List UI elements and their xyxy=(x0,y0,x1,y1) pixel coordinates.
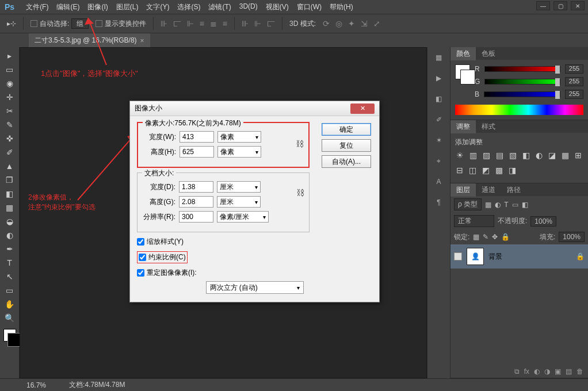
close-window-button[interactable]: ✕ xyxy=(571,1,585,10)
filter-icon[interactable]: ◐ xyxy=(495,201,501,209)
spectrum-bar[interactable] xyxy=(455,105,583,115)
maximize-button[interactable]: ▢ xyxy=(553,1,567,10)
interpolation-select[interactable]: 两次立方 (自动) xyxy=(206,281,304,294)
align-icon[interactable]: ⊩ xyxy=(187,19,194,28)
layer-thumbnail[interactable]: 👤 xyxy=(467,248,484,265)
swatches-tab[interactable]: 色板 xyxy=(476,47,501,60)
adj-icon[interactable]: ◨ xyxy=(509,166,516,175)
filter-icon[interactable]: ▦ xyxy=(485,201,491,209)
resolution-unit[interactable]: 像素/厘米 xyxy=(217,211,269,223)
b-value[interactable]: 255 xyxy=(565,90,583,99)
menu-edit[interactable]: 编辑(E) xyxy=(53,1,83,13)
resample-checkbox[interactable] xyxy=(137,269,144,277)
eraser-tool[interactable]: ◧ xyxy=(3,187,17,200)
ok-button[interactable]: 确定 xyxy=(322,123,371,136)
adjustments-tab[interactable]: 调整 xyxy=(450,120,476,133)
document-tab[interactable]: 二寸3.5-5.3.jpg @ 16.7%(RGB/8) × xyxy=(29,33,150,48)
stamp-tool[interactable]: ▲ xyxy=(3,160,17,172)
brushes-icon[interactable]: ✐ xyxy=(433,114,445,125)
character-icon[interactable]: A xyxy=(433,176,445,187)
menu-3d[interactable]: 3D(D) xyxy=(236,1,261,13)
resolution-input[interactable] xyxy=(179,211,213,223)
fill-value[interactable]: 100% xyxy=(559,232,585,242)
3d-icon[interactable]: ✦ xyxy=(348,19,355,28)
blend-mode-select[interactable]: 正常 xyxy=(454,215,494,227)
document-tab-close-icon[interactable]: × xyxy=(140,37,144,45)
filter-icon[interactable]: ▭ xyxy=(512,201,518,209)
mask-icon[interactable]: ◐ xyxy=(534,367,540,375)
adj-icon[interactable]: ⊞ xyxy=(575,151,582,160)
minimize-button[interactable]: — xyxy=(536,1,550,10)
layer-filter-kind[interactable]: ρ 类型 xyxy=(454,198,482,210)
menu-image[interactable]: 图像(I) xyxy=(84,1,111,13)
lock-icon[interactable]: ✎ xyxy=(483,233,488,241)
hand-tool[interactable]: ✋ xyxy=(3,298,17,310)
fg-color-swatch[interactable] xyxy=(455,64,470,79)
brushpresets-icon[interactable]: ✶ xyxy=(433,135,445,146)
clone-icon[interactable]: ⌖ xyxy=(433,155,445,167)
heal-tool[interactable]: ✜ xyxy=(3,132,17,145)
distribute-icon[interactable]: ⊩ xyxy=(254,19,261,28)
filter-icon[interactable]: ◧ xyxy=(522,201,528,209)
pixel-width-unit[interactable]: 像素 xyxy=(217,131,261,143)
paths-tab[interactable]: 路径 xyxy=(501,183,526,197)
gradient-tool[interactable]: ▦ xyxy=(3,201,17,214)
3d-icon[interactable]: ◎ xyxy=(335,19,342,28)
menu-select[interactable]: 选择(S) xyxy=(174,1,204,13)
doc-height-input[interactable] xyxy=(179,196,213,208)
blur-tool[interactable]: ◒ xyxy=(3,215,17,228)
r-slider[interactable] xyxy=(484,66,560,72)
path-tool[interactable]: ↖ xyxy=(3,270,17,283)
align-icon[interactable]: ⊪ xyxy=(161,19,167,28)
zoom-level[interactable]: 16.7% xyxy=(26,381,46,389)
layer-row[interactable]: 👤 背景 🔒 xyxy=(450,244,588,269)
align-icon[interactable]: ≡ xyxy=(223,19,227,28)
crop-tool[interactable]: ✂ xyxy=(3,105,17,117)
menu-help[interactable]: 帮助(H) xyxy=(326,1,357,13)
doc-height-unit[interactable]: 厘米 xyxy=(217,196,261,208)
constrain-checkbox[interactable] xyxy=(139,254,146,261)
dodge-tool[interactable]: ◐ xyxy=(3,229,17,241)
layers-tab[interactable]: 图层 xyxy=(450,183,476,197)
type-tool[interactable]: T xyxy=(3,256,17,269)
styles-tab[interactable]: 样式 xyxy=(476,120,501,133)
filter-icon[interactable]: T xyxy=(504,201,508,209)
adj-icon[interactable]: ▧ xyxy=(509,151,517,160)
align-icon[interactable]: ⫍ xyxy=(173,19,181,28)
lock-icon[interactable]: ✥ xyxy=(492,233,498,241)
adj-icon[interactable]: ▥ xyxy=(469,151,477,160)
menu-filter[interactable]: 滤镜(T) xyxy=(205,1,234,13)
3d-icon[interactable]: ⇲ xyxy=(361,19,368,28)
g-slider[interactable] xyxy=(484,79,560,85)
group-icon[interactable]: ▣ xyxy=(555,367,561,375)
adj-icon[interactable]: ▦ xyxy=(562,151,569,160)
b-slider[interactable] xyxy=(484,91,560,97)
scale-styles-checkbox[interactable] xyxy=(137,238,144,246)
adj-icon[interactable]: ◧ xyxy=(522,151,530,160)
adjustment-layer-icon[interactable]: ◑ xyxy=(544,367,550,375)
align-icon[interactable]: ≡ xyxy=(200,19,204,28)
menu-window[interactable]: 窗口(W) xyxy=(293,1,325,13)
marquee-tool[interactable]: ▭ xyxy=(3,63,17,76)
reset-button[interactable]: 复位 xyxy=(322,139,371,152)
adj-icon[interactable]: ▩ xyxy=(495,166,503,175)
lasso-tool[interactable]: ◉ xyxy=(3,77,17,90)
zoom-tool[interactable]: 🔍 xyxy=(3,312,17,324)
align-icon[interactable]: ≣ xyxy=(210,19,217,28)
menu-type[interactable]: 文字(Y) xyxy=(143,1,173,13)
actions-icon[interactable]: ▶ xyxy=(433,72,445,84)
wand-tool[interactable]: ✛ xyxy=(3,91,17,103)
adj-icon[interactable]: ◐ xyxy=(536,151,543,160)
3d-icon[interactable]: ⟳ xyxy=(323,19,330,28)
link-layers-icon[interactable]: ⧉ xyxy=(514,367,520,375)
history-icon[interactable]: ▦ xyxy=(433,52,445,63)
adj-icon[interactable]: ⊟ xyxy=(456,166,463,175)
paragraph-icon[interactable]: ¶ xyxy=(433,197,445,208)
opacity-value[interactable]: 100% xyxy=(530,216,556,227)
properties-icon[interactable]: ◧ xyxy=(433,93,445,105)
doc-width-input[interactable] xyxy=(179,181,213,193)
pixel-width-input[interactable] xyxy=(180,131,214,143)
adj-icon[interactable]: ▤ xyxy=(496,151,503,160)
3d-icon[interactable]: ⤢ xyxy=(373,19,380,28)
auto-select-checkbox[interactable] xyxy=(30,20,37,27)
